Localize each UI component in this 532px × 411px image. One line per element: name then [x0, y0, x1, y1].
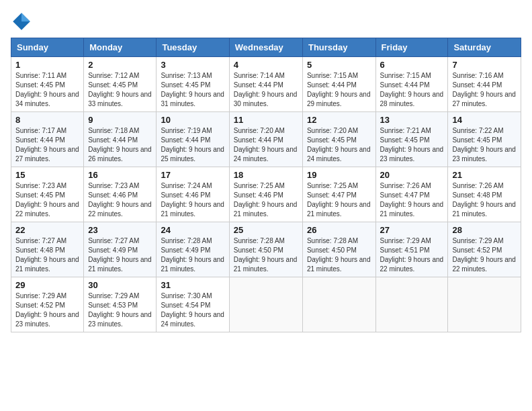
calendar-cell: 16 Sunrise: 7:23 AM Sunset: 4:46 PM Dayl…	[84, 167, 157, 222]
day-info: Sunrise: 7:29 AM Sunset: 4:51 PM Dayligh…	[380, 236, 444, 274]
calendar-cell	[448, 277, 521, 332]
calendar-cell: 20 Sunrise: 7:26 AM Sunset: 4:47 PM Dayl…	[375, 167, 448, 222]
calendar-cell: 2 Sunrise: 7:12 AM Sunset: 4:45 PM Dayli…	[84, 57, 157, 112]
day-of-week-header: Sunday	[11, 38, 84, 57]
day-number: 3	[161, 60, 224, 70]
day-info: Sunrise: 7:28 AM Sunset: 4:49 PM Dayligh…	[161, 236, 224, 274]
logo-icon	[11, 11, 32, 32]
day-info: Sunrise: 7:28 AM Sunset: 4:50 PM Dayligh…	[234, 236, 298, 274]
day-info: Sunrise: 7:18 AM Sunset: 4:44 PM Dayligh…	[88, 126, 152, 164]
calendar-cell: 28 Sunrise: 7:29 AM Sunset: 4:52 PM Dayl…	[448, 222, 521, 277]
calendar-cell: 27 Sunrise: 7:29 AM Sunset: 4:51 PM Dayl…	[375, 222, 448, 277]
calendar-cell: 31 Sunrise: 7:30 AM Sunset: 4:54 PM Dayl…	[157, 277, 229, 332]
day-number: 24	[161, 225, 224, 235]
calendar-cell: 5 Sunrise: 7:15 AM Sunset: 4:44 PM Dayli…	[302, 57, 375, 112]
day-info: Sunrise: 7:12 AM Sunset: 4:45 PM Dayligh…	[88, 71, 152, 109]
day-info: Sunrise: 7:30 AM Sunset: 4:54 PM Dayligh…	[161, 291, 224, 329]
day-number: 4	[234, 60, 298, 70]
day-info: Sunrise: 7:23 AM Sunset: 4:46 PM Dayligh…	[88, 181, 152, 219]
day-info: Sunrise: 7:26 AM Sunset: 4:48 PM Dayligh…	[452, 181, 517, 219]
calendar-cell: 26 Sunrise: 7:28 AM Sunset: 4:50 PM Dayl…	[302, 222, 375, 277]
day-number: 10	[161, 115, 224, 125]
day-number: 29	[15, 280, 79, 290]
calendar-cell: 1 Sunrise: 7:11 AM Sunset: 4:45 PM Dayli…	[11, 57, 84, 112]
day-number: 23	[88, 225, 152, 235]
day-info: Sunrise: 7:26 AM Sunset: 4:47 PM Dayligh…	[380, 181, 444, 219]
day-number: 25	[234, 225, 298, 235]
day-info: Sunrise: 7:13 AM Sunset: 4:45 PM Dayligh…	[161, 71, 224, 109]
day-of-week-header: Tuesday	[157, 38, 229, 57]
day-number: 22	[15, 225, 79, 235]
calendar-cell: 21 Sunrise: 7:26 AM Sunset: 4:48 PM Dayl…	[448, 167, 521, 222]
day-number: 16	[88, 170, 152, 180]
day-number: 20	[380, 170, 444, 180]
calendar-cell: 9 Sunrise: 7:18 AM Sunset: 4:44 PM Dayli…	[84, 112, 157, 167]
day-number: 11	[234, 115, 298, 125]
calendar-cell: 13 Sunrise: 7:21 AM Sunset: 4:45 PM Dayl…	[375, 112, 448, 167]
calendar-cell: 8 Sunrise: 7:17 AM Sunset: 4:44 PM Dayli…	[11, 112, 84, 167]
day-info: Sunrise: 7:29 AM Sunset: 4:52 PM Dayligh…	[15, 291, 79, 329]
calendar-week-row: 8 Sunrise: 7:17 AM Sunset: 4:44 PM Dayli…	[11, 112, 521, 167]
calendar-week-row: 15 Sunrise: 7:23 AM Sunset: 4:45 PM Dayl…	[11, 167, 521, 222]
calendar-cell	[302, 277, 375, 332]
day-info: Sunrise: 7:17 AM Sunset: 4:44 PM Dayligh…	[15, 126, 79, 164]
logo	[11, 11, 35, 32]
calendar-week-row: 1 Sunrise: 7:11 AM Sunset: 4:45 PM Dayli…	[11, 57, 521, 112]
calendar-cell: 30 Sunrise: 7:29 AM Sunset: 4:53 PM Dayl…	[84, 277, 157, 332]
calendar-header-row: SundayMondayTuesdayWednesdayThursdayFrid…	[11, 38, 521, 57]
day-number: 6	[380, 60, 444, 70]
day-of-week-header: Monday	[84, 38, 157, 57]
day-info: Sunrise: 7:25 AM Sunset: 4:46 PM Dayligh…	[234, 181, 298, 219]
calendar-week-row: 22 Sunrise: 7:27 AM Sunset: 4:48 PM Dayl…	[11, 222, 521, 277]
day-number: 31	[161, 280, 224, 290]
calendar-body: 1 Sunrise: 7:11 AM Sunset: 4:45 PM Dayli…	[11, 57, 521, 332]
day-info: Sunrise: 7:20 AM Sunset: 4:44 PM Dayligh…	[234, 126, 298, 164]
day-number: 19	[307, 170, 371, 180]
day-number: 27	[380, 225, 444, 235]
day-number: 15	[15, 170, 79, 180]
day-of-week-header: Thursday	[302, 38, 375, 57]
day-of-week-header: Saturday	[448, 38, 521, 57]
calendar-cell: 24 Sunrise: 7:28 AM Sunset: 4:49 PM Dayl…	[157, 222, 229, 277]
calendar-cell: 25 Sunrise: 7:28 AM Sunset: 4:50 PM Dayl…	[229, 222, 302, 277]
page-header	[11, 11, 521, 32]
day-info: Sunrise: 7:20 AM Sunset: 4:45 PM Dayligh…	[307, 126, 371, 164]
day-info: Sunrise: 7:22 AM Sunset: 4:45 PM Dayligh…	[452, 126, 517, 164]
calendar-cell: 14 Sunrise: 7:22 AM Sunset: 4:45 PM Dayl…	[448, 112, 521, 167]
day-info: Sunrise: 7:24 AM Sunset: 4:46 PM Dayligh…	[161, 181, 224, 219]
day-info: Sunrise: 7:15 AM Sunset: 4:44 PM Dayligh…	[307, 71, 371, 109]
day-number: 7	[452, 60, 517, 70]
calendar-cell: 10 Sunrise: 7:19 AM Sunset: 4:44 PM Dayl…	[157, 112, 229, 167]
calendar-cell: 7 Sunrise: 7:16 AM Sunset: 4:44 PM Dayli…	[448, 57, 521, 112]
calendar-cell: 4 Sunrise: 7:14 AM Sunset: 4:44 PM Dayli…	[229, 57, 302, 112]
day-number: 5	[307, 60, 371, 70]
day-info: Sunrise: 7:15 AM Sunset: 4:44 PM Dayligh…	[380, 71, 444, 109]
calendar-cell: 12 Sunrise: 7:20 AM Sunset: 4:45 PM Dayl…	[302, 112, 375, 167]
day-number: 1	[15, 60, 79, 70]
day-number: 9	[88, 115, 152, 125]
calendar-cell: 19 Sunrise: 7:25 AM Sunset: 4:47 PM Dayl…	[302, 167, 375, 222]
calendar-cell: 23 Sunrise: 7:27 AM Sunset: 4:49 PM Dayl…	[84, 222, 157, 277]
day-info: Sunrise: 7:27 AM Sunset: 4:48 PM Dayligh…	[15, 236, 79, 274]
day-number: 18	[234, 170, 298, 180]
day-info: Sunrise: 7:28 AM Sunset: 4:50 PM Dayligh…	[307, 236, 371, 274]
day-info: Sunrise: 7:14 AM Sunset: 4:44 PM Dayligh…	[234, 71, 298, 109]
day-info: Sunrise: 7:23 AM Sunset: 4:45 PM Dayligh…	[15, 181, 79, 219]
day-of-week-header: Wednesday	[229, 38, 302, 57]
day-number: 13	[380, 115, 444, 125]
day-info: Sunrise: 7:29 AM Sunset: 4:52 PM Dayligh…	[452, 236, 517, 274]
svg-marker-1	[21, 13, 30, 21]
day-info: Sunrise: 7:16 AM Sunset: 4:44 PM Dayligh…	[452, 71, 517, 109]
day-info: Sunrise: 7:25 AM Sunset: 4:47 PM Dayligh…	[307, 181, 371, 219]
calendar-cell	[229, 277, 302, 332]
day-number: 8	[15, 115, 79, 125]
calendar-cell: 11 Sunrise: 7:20 AM Sunset: 4:44 PM Dayl…	[229, 112, 302, 167]
calendar-cell: 6 Sunrise: 7:15 AM Sunset: 4:44 PM Dayli…	[375, 57, 448, 112]
day-number: 14	[452, 115, 517, 125]
day-number: 26	[307, 225, 371, 235]
day-info: Sunrise: 7:19 AM Sunset: 4:44 PM Dayligh…	[161, 126, 224, 164]
day-info: Sunrise: 7:11 AM Sunset: 4:45 PM Dayligh…	[15, 71, 79, 109]
calendar-cell: 3 Sunrise: 7:13 AM Sunset: 4:45 PM Dayli…	[157, 57, 229, 112]
day-number: 28	[452, 225, 517, 235]
day-number: 30	[88, 280, 152, 290]
